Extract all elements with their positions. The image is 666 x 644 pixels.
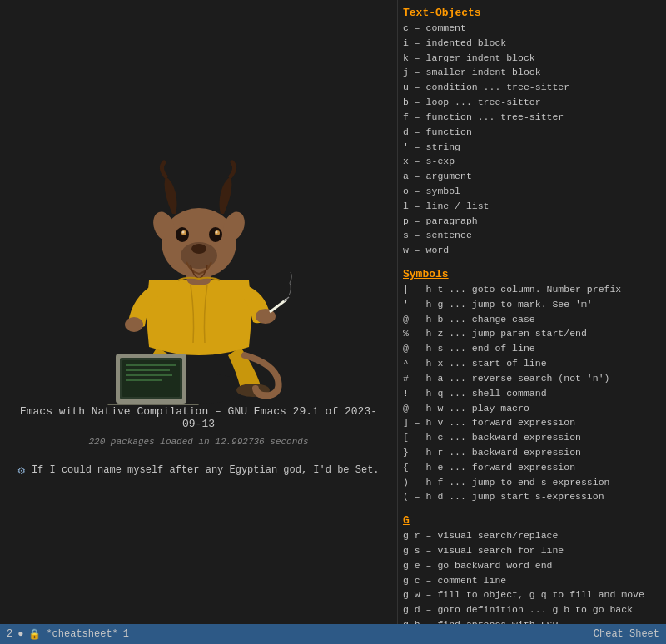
key-item: b – loop ... tree-sitter bbox=[403, 95, 661, 110]
key-item: p – paragraph bbox=[403, 214, 661, 229]
key-item: { – h e ... forward expression bbox=[403, 460, 661, 475]
svg-point-15 bbox=[181, 230, 184, 233]
key-item: [ – h c ... backward expression bbox=[403, 430, 661, 445]
text-objects-title: Text-Objects bbox=[403, 7, 661, 19]
left-panel: Emacs with Native Compilation – GNU Emac… bbox=[0, 0, 398, 624]
status-right-label: Cheat Sheet bbox=[594, 628, 659, 640]
key-item: l – line / list bbox=[403, 199, 661, 214]
key-item: i – indented block bbox=[403, 36, 661, 51]
main-area: Emacs with Native Compilation – GNU Emac… bbox=[0, 0, 666, 624]
key-item: j – smaller indent block bbox=[403, 65, 661, 80]
svg-line-4 bbox=[270, 300, 286, 312]
key-item: } – h r ... backward expression bbox=[403, 445, 661, 460]
key-item: % – h z ... jump paren start/end bbox=[403, 326, 661, 341]
status-bar: 2 ● 🔒 *cheatsheet* 1 Cheat Sheet bbox=[0, 624, 666, 644]
key-item: x – s-exp bbox=[403, 154, 661, 169]
key-item: ) – h f ... jump to end s-expression bbox=[403, 475, 661, 490]
key-item: | – h t ... goto column. Number prefix bbox=[403, 282, 661, 297]
key-item: g h – find apropos with LSP bbox=[403, 617, 661, 624]
key-item: g e – go backward word end bbox=[403, 558, 661, 573]
key-item: a – argument bbox=[403, 169, 661, 184]
symbols-list: | – h t ... goto column. Number prefix '… bbox=[403, 282, 661, 504]
key-item: f – function ... tree-sitter bbox=[403, 110, 661, 125]
key-item: @ – h w ... play macro bbox=[403, 401, 661, 416]
text-objects-list: c – comment i – indented block k – large… bbox=[403, 21, 661, 258]
key-item: g d – goto definition ... g b to go back bbox=[403, 602, 661, 617]
key-item: ( – h d ... jump start s-expression bbox=[403, 489, 661, 504]
key-item: g w – fill to object, g q to fill and mo… bbox=[403, 587, 661, 602]
key-item: g s – visual search for line bbox=[403, 543, 661, 558]
status-col: 1 bbox=[123, 628, 129, 640]
key-item: s – sentence bbox=[403, 228, 661, 243]
key-item: ! – h q ... shell command bbox=[403, 386, 661, 401]
key-item: o – symbol bbox=[403, 184, 661, 199]
gear-icon: ⚙ bbox=[17, 463, 24, 478]
key-item: c – comment bbox=[403, 21, 661, 36]
key-item: ' – string bbox=[403, 140, 661, 155]
right-panel[interactable]: Text-Objects c – comment i – indented bl… bbox=[398, 0, 666, 624]
key-item: ] – h v ... forward expression bbox=[403, 415, 661, 430]
svg-point-10 bbox=[191, 244, 206, 254]
status-filename: *cheatsheet* bbox=[46, 628, 117, 640]
g-list: g r – visual search/replace g s – visual… bbox=[403, 528, 661, 624]
key-item: w – word bbox=[403, 243, 661, 258]
svg-point-16 bbox=[215, 230, 217, 233]
svg-point-6 bbox=[125, 317, 143, 332]
g-title: G bbox=[403, 514, 661, 527]
key-item: ' – h g ... jump to mark. See 'm' bbox=[403, 297, 661, 312]
key-item: k – larger indent block bbox=[403, 51, 661, 66]
packages-info: 220 packages loaded in 12.992736 seconds bbox=[88, 437, 308, 447]
status-dot: ● bbox=[17, 628, 23, 640]
key-item: g r – visual search/replace bbox=[403, 528, 661, 543]
key-item: @ – h s ... end of line bbox=[403, 341, 661, 356]
key-item: g c – comment line bbox=[403, 573, 661, 588]
gnu-mascot bbox=[82, 147, 316, 405]
key-item: d – function bbox=[403, 125, 661, 140]
key-item: u – condition ... tree-sitter bbox=[403, 80, 661, 95]
status-num: 2 bbox=[7, 628, 12, 640]
key-item: @ – h b ... change case bbox=[403, 312, 661, 327]
message-text: If I could name myself after any Egyptia… bbox=[32, 464, 380, 476]
message-line: ⚙ If I could name myself after any Egypt… bbox=[17, 463, 379, 478]
emacs-title: Emacs with Native Compilation – GNU Emac… bbox=[17, 405, 380, 430]
key-item: ^ – h x ... start of line bbox=[403, 356, 661, 371]
key-item: # – h a ... reverse search (not 'n') bbox=[403, 371, 661, 386]
status-lock-icon: 🔒 bbox=[28, 628, 41, 641]
symbols-title: Symbols bbox=[403, 268, 661, 280]
